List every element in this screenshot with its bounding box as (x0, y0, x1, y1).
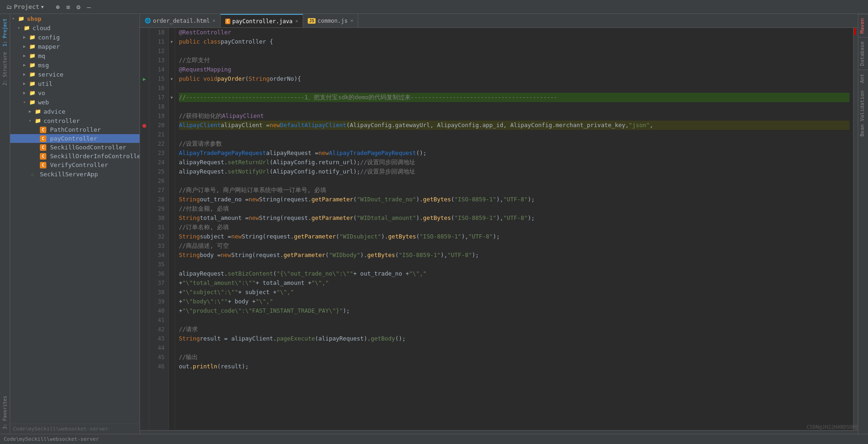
folder-icon: 📁 (29, 80, 36, 87)
maven-panel-tab[interactable]: Maven (858, 14, 868, 37)
code-line-25: alipayRequest.setNotifyUrl(AlipayConfig.… (179, 167, 849, 176)
sidebar-item-mq[interactable]: ▶ 📁 mq (10, 51, 139, 60)
add-icon[interactable]: ⊕ (54, 2, 61, 12)
left-side-tabs: 1: Project 2: Structure 3: Favorites (0, 14, 10, 434)
java-icon: C (40, 127, 46, 133)
sidebar-item-vo[interactable]: ▶ 📁 vo (10, 88, 139, 97)
js-tab-icon: JS (308, 18, 316, 24)
advice-label: advice (44, 108, 65, 115)
code-line-33: //商品描述, 可空 (179, 241, 849, 251)
editor-scroll[interactable]: ▶ ● (140, 28, 858, 430)
structure-icon[interactable]: ≡ (64, 2, 72, 12)
sidebar-root: ▾ 📁 shop (10, 14, 139, 23)
favorites-side-tab[interactable]: 3: Favorites (1, 393, 8, 432)
breakpoint-icon[interactable]: ● (142, 122, 146, 129)
sidebar-item-web[interactable]: ▾ 📁 web (10, 97, 139, 107)
bottom-path: Code\mySeckill\websocket-server (13, 426, 108, 432)
code-line-14: @RequestMapping (179, 65, 849, 74)
sidebar-item-verify[interactable]: C VerifyController (10, 161, 139, 169)
fold-icon[interactable]: ▼ (171, 77, 173, 81)
util-label: util (38, 80, 52, 87)
ant-panel-tab[interactable]: Ant (858, 70, 868, 87)
project-icon: 🗂 (6, 4, 12, 10)
sidebar-item-seckillapp[interactable]: ☆ SeckillServerApp (10, 169, 139, 179)
tab-order-detail[interactable]: 🌐 order_detail.html × (140, 14, 221, 28)
run-icon[interactable]: ▶ (143, 76, 146, 82)
sidebar: ▾ 📁 shop ▾ 📁 cloud ▶ 📁 config ▶ 📁 mapper… (10, 14, 140, 434)
controller-label: controller (44, 117, 80, 124)
project-dropdown[interactable]: 🗂 Project ▼ (4, 2, 46, 11)
vertical-scrollbar[interactable] (853, 28, 858, 430)
sidebar-item-msg[interactable]: ▶ 📁 msg (10, 60, 139, 70)
minimize-icon[interactable]: — (85, 2, 93, 12)
code-line-34: String body = new String(request.getPara… (179, 251, 849, 260)
arrow-icon: ▶ (23, 81, 29, 86)
tab-pay-controller[interactable]: C payController.java × (221, 14, 304, 28)
arrow-icon: ▶ (23, 90, 29, 95)
arrow-icon: ▶ (23, 44, 29, 49)
sidebar-item-util[interactable]: ▶ 📁 util (10, 79, 139, 88)
verify-label: VerifyController (50, 161, 108, 168)
web-label: web (38, 99, 49, 106)
folder-icon: 📁 (29, 71, 36, 78)
watermark-text: CSDN@JH22HANDSOME (806, 424, 859, 430)
code-line-21 (179, 130, 849, 139)
tab-common-js[interactable]: JS common.js × (303, 14, 358, 28)
msg-label: msg (38, 62, 49, 69)
arrow-icon: ▾ (18, 26, 23, 30)
html-file-icon: 🌐 (145, 18, 151, 24)
code-line-29: //付款金额, 必填 (179, 204, 849, 213)
seckillapp-label: SeckillServerApp (40, 171, 98, 178)
sidebar-item-advice[interactable]: ▶ 📁 advice (10, 107, 139, 116)
code-line-36: alipayRequest.setBizContent("{\"out_trad… (179, 269, 849, 278)
folder-cloud-icon: 📁 (23, 24, 31, 32)
close-icon[interactable]: × (350, 18, 353, 23)
code-line-44 (179, 343, 849, 353)
sidebar-item-paycontroller[interactable]: C payController (10, 134, 139, 143)
folder-icon: 📁 (29, 33, 36, 41)
sidebar-root-label[interactable]: shop (27, 15, 41, 22)
tab-label: payController.java (232, 18, 292, 25)
folder-icon: 📁 (18, 15, 25, 22)
sidebar-item-mapper[interactable]: ▶ 📁 mapper (10, 42, 139, 51)
fold-icon[interactable]: ▼ (171, 40, 173, 44)
structure-side-tab[interactable]: 2: Structure (1, 49, 8, 88)
sidebar-item-service[interactable]: ▶ 📁 service (10, 70, 139, 79)
seckillgood-label: SeckillGoodController (50, 144, 126, 151)
bean-validation-panel-tab[interactable]: Bean Validation (858, 87, 868, 140)
close-icon[interactable]: × (295, 19, 298, 24)
code-line-16 (179, 84, 849, 93)
code-line-28: String out_trade_no = new String(request… (179, 195, 849, 204)
cloud-label: cloud (32, 25, 51, 32)
code-line-17: //----------------------------------1、把支… (179, 93, 849, 102)
code-line-37: + "\"total_amount\":\""+ total_amount +"… (179, 278, 849, 288)
close-icon[interactable]: × (213, 18, 215, 23)
code-line-38: + "\"subject\":\""+ subject +"\"," (179, 288, 849, 297)
gutter: ▶ ● (140, 28, 149, 430)
code-line-22: //设置请求参数 (179, 139, 849, 148)
sidebar-item-controller[interactable]: ▾ 📁 controller (10, 116, 139, 125)
project-side-tab[interactable]: 1: Project (1, 16, 8, 49)
settings-icon[interactable]: ⚙ (75, 2, 82, 12)
folder-arrow-icon: ▾ (12, 16, 18, 21)
code-line-20: AlipayClient alipayClient = new DefaultA… (179, 121, 849, 130)
sidebar-item-seckillgood[interactable]: C SeckillGoodController (10, 143, 139, 152)
folder-icon: 📁 (34, 108, 42, 115)
bottom-bar: Code\mySeckill\websocket-server (0, 434, 868, 444)
code-line-13: //立即支付 (179, 56, 849, 65)
code-line-24: alipayRequest.setReturnUrl(AlipayConfig.… (179, 158, 849, 167)
folder-icon: 📁 (29, 52, 36, 59)
code-content[interactable]: @RestController public class payControll… (175, 28, 853, 430)
sidebar-item-pathcontroller[interactable]: C PathController (10, 125, 139, 134)
sidebar-item-seckillorder[interactable]: C SeckillOrderInfoController (10, 152, 139, 161)
database-panel-tab[interactable]: Database (858, 37, 868, 70)
fold-icon[interactable]: ▼ (171, 96, 173, 100)
service-label: service (38, 71, 63, 78)
app-icon: ☆ (29, 170, 36, 178)
tab-label: common.js (317, 18, 348, 24)
watermark: CSDN@JH22HANDSOME (806, 424, 859, 430)
sidebar-item-cloud[interactable]: ▾ 📁 cloud (10, 23, 139, 32)
arrow-icon: ▶ (29, 109, 34, 114)
code-line-11: public class payController { (179, 37, 849, 46)
sidebar-item-config[interactable]: ▶ 📁 config (10, 32, 139, 42)
